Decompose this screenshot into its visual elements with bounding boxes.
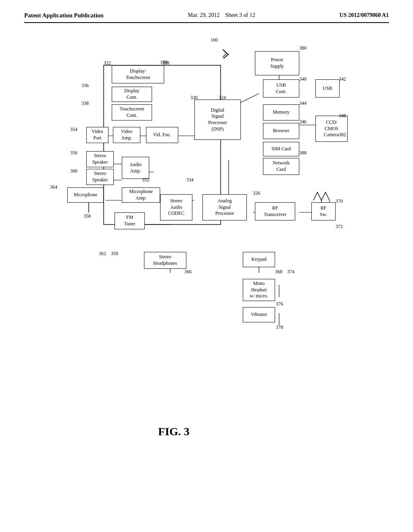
page-header: Patent Application Publication Mar. 29, … xyxy=(24,12,389,23)
ref-380: 380 xyxy=(299,45,307,51)
box-microphone-amp: Microphone Amp. xyxy=(122,187,160,203)
ref-330: 330 xyxy=(190,95,198,101)
ref-326: 326 xyxy=(253,190,260,196)
box-rf-sw: RF Sw. xyxy=(311,202,336,220)
box-display-cont: Display Cont. xyxy=(112,87,152,102)
ref-344: 344 xyxy=(299,100,307,106)
box-memory: Memory xyxy=(263,104,299,121)
ref-322: 322 xyxy=(104,60,111,66)
page: Patent Application Publication Mar. 29, … xyxy=(0,0,413,532)
box-stereo-audio-codec: Stereo Audio CODEC xyxy=(160,194,192,220)
ref-368: 368 xyxy=(275,269,282,275)
ref-360: 360 xyxy=(70,168,77,174)
ref-338: 338 xyxy=(81,100,89,106)
header-publication-label: Patent Application Publication xyxy=(24,12,104,19)
header-date: Mar. 29, 2012 xyxy=(188,12,220,18)
ref-328: 328 xyxy=(162,60,169,66)
box-touchscreen-cont: Touchscreen Cont. xyxy=(112,104,152,121)
box-usb-cont: USB Cont. xyxy=(263,79,299,98)
box-sim-card: SIM Card xyxy=(263,142,299,156)
ref-378: 378 xyxy=(276,324,283,330)
box-ccd-cmos: CCD/ CMOS Camera xyxy=(315,116,348,142)
box-audio-amp: Audio Amp. xyxy=(122,157,149,179)
box-microphone: Microphone xyxy=(67,187,104,203)
ref-376: 376 xyxy=(276,301,283,307)
box-network-card: Network Card xyxy=(263,158,299,175)
box-stereo-headphones: Stereo Headphones xyxy=(144,252,186,269)
ref-382: 382 xyxy=(339,132,346,138)
box-rf-transceiver: RF Transceiver xyxy=(255,202,295,220)
header-date-sheet: Mar. 29, 2012 Sheet 3 of 12 xyxy=(188,12,255,19)
box-fm-tuner: FM Tuner xyxy=(115,212,145,229)
ref-340: 340 xyxy=(299,76,307,82)
box-video-amp: Video Amp. xyxy=(113,127,140,143)
box-vid-enc: Vid. Enc. xyxy=(146,127,178,143)
ref-334: 334 xyxy=(186,177,194,183)
diagram-area: 100 Power Supply 380 108 Display/ Touchs… xyxy=(25,27,388,450)
ref-370: 370 xyxy=(336,198,343,204)
ref-350: 350 xyxy=(111,251,118,257)
box-vibrator: Vibrator xyxy=(243,307,275,322)
box-dsp: Digital Signal Processor (DSP) xyxy=(194,100,241,140)
header-sheet: Sheet 3 of 12 xyxy=(225,12,255,18)
ref-100: 100 xyxy=(211,37,218,43)
box-keypad: Keypad xyxy=(243,252,275,267)
box-stereo-speaker2: Stereo Speaker xyxy=(86,169,114,185)
box-video-port: Video Port xyxy=(86,127,108,143)
ref-324: 324 xyxy=(219,95,226,101)
ref-388: 388 xyxy=(299,150,307,156)
ref-346: 346 xyxy=(299,119,307,125)
ref-356: 356 xyxy=(70,150,77,156)
ref-342: 342 xyxy=(339,76,346,82)
header-patent-number: US 2012/0079060 A1 xyxy=(340,12,389,19)
box-usb: USB xyxy=(315,79,340,98)
ref-372: 372 xyxy=(336,224,343,230)
box-power-supply: Power Supply xyxy=(255,51,299,75)
box-display-touchscreen: Display/ Touchscreen xyxy=(112,65,164,83)
box-mono-headset: Mono Headset w/ micro. xyxy=(243,279,275,301)
ref-362: 362 xyxy=(99,251,106,257)
ref-348: 348 xyxy=(339,113,346,119)
ref-364: 364 xyxy=(50,184,57,190)
ref-374: 374 xyxy=(287,269,294,275)
ref-336: 336 xyxy=(81,83,89,89)
ref-366: 366 xyxy=(184,269,192,275)
box-stereo-speaker1: Stereo Speaker xyxy=(86,151,114,167)
figure-caption: FIG. 3 xyxy=(158,425,190,438)
ref-352: 352 xyxy=(142,177,149,183)
ref-358: 358 xyxy=(83,213,91,219)
ref-354: 354 xyxy=(70,127,77,133)
box-analog-signal-processor: Analog Signal Processor xyxy=(202,194,247,220)
box-browser: Browser xyxy=(263,123,299,139)
